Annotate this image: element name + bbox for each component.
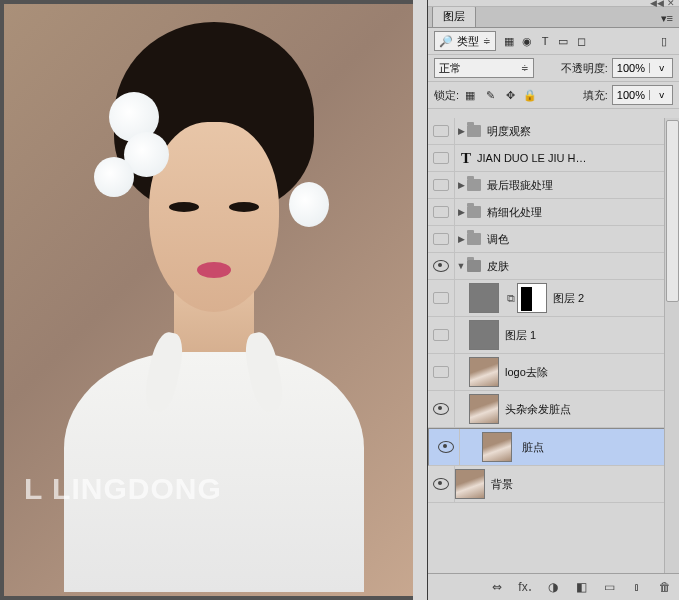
chevron-down-icon: ⅴ bbox=[649, 63, 672, 73]
visibility-toggle[interactable] bbox=[428, 317, 455, 353]
expand-arrow-icon[interactable]: ▼ bbox=[455, 261, 467, 271]
layer-thumbnail[interactable] bbox=[469, 394, 499, 424]
eye-off-icon bbox=[433, 366, 449, 378]
blend-row: 正常 ≑ 不透明度: 100%ⅴ bbox=[428, 55, 679, 82]
layer-name[interactable]: 脏点 bbox=[522, 440, 674, 455]
folder-icon bbox=[467, 233, 481, 245]
chevron-down-icon: ≑ bbox=[483, 36, 491, 46]
tab-layers[interactable]: 图层 bbox=[432, 5, 476, 27]
fill-label: 填充: bbox=[583, 88, 608, 103]
eye-off-icon bbox=[433, 233, 449, 245]
layer-row[interactable]: ▶精细化处理 bbox=[428, 199, 679, 226]
visibility-toggle[interactable] bbox=[433, 429, 460, 465]
folder-icon bbox=[467, 125, 481, 137]
layer-row[interactable]: 头杂余发脏点 bbox=[428, 391, 679, 428]
folder-icon bbox=[467, 260, 481, 272]
layer-name[interactable]: 明度观察 bbox=[487, 124, 679, 139]
layer-name[interactable]: 头杂余发脏点 bbox=[505, 402, 679, 417]
visibility-toggle[interactable] bbox=[428, 145, 455, 171]
visibility-toggle[interactable] bbox=[428, 391, 455, 427]
eye-icon bbox=[433, 403, 449, 415]
photo-preview: L LINGDONG bbox=[4, 4, 423, 596]
panel-collapse-icon[interactable]: ◀◀ ✕ bbox=[650, 0, 675, 8]
canvas-scrollbar[interactable] bbox=[413, 0, 427, 600]
layer-row[interactable]: 图层 1 bbox=[428, 317, 679, 354]
layer-name[interactable]: logo去除 bbox=[505, 365, 679, 380]
lock-brush-icon[interactable]: ✎ bbox=[483, 89, 497, 102]
layer-thumbnail[interactable] bbox=[469, 283, 499, 313]
layer-name[interactable]: 调色 bbox=[487, 232, 679, 247]
chevron-down-icon: ⅴ bbox=[649, 90, 672, 100]
folder-icon bbox=[467, 206, 481, 218]
eye-icon bbox=[433, 260, 449, 272]
filter-type-icon[interactable]: T bbox=[536, 32, 554, 50]
layer-row[interactable]: ▶最后瑕疵处理 bbox=[428, 172, 679, 199]
visibility-toggle[interactable] bbox=[428, 172, 455, 198]
layer-name[interactable]: 精细化处理 bbox=[487, 205, 679, 220]
link-layers-icon[interactable]: ⇔ bbox=[489, 579, 505, 595]
search-icon: 🔎 bbox=[439, 35, 453, 48]
document-canvas[interactable]: L LINGDONG bbox=[0, 0, 427, 600]
visibility-toggle[interactable] bbox=[428, 226, 455, 252]
eye-off-icon bbox=[433, 329, 449, 341]
text-layer-icon: T bbox=[455, 150, 477, 167]
filter-toggle[interactable]: ▯ bbox=[655, 32, 673, 50]
layer-row[interactable]: ▶调色 bbox=[428, 226, 679, 253]
lock-pixels-icon[interactable]: ▦ bbox=[463, 89, 477, 102]
visibility-toggle[interactable] bbox=[428, 199, 455, 225]
lock-position-icon[interactable]: ✥ bbox=[503, 89, 517, 102]
layer-thumbnail[interactable] bbox=[469, 357, 499, 387]
expand-arrow-icon[interactable]: ▶ bbox=[455, 180, 467, 190]
filter-type-icon[interactable]: ◉ bbox=[518, 32, 536, 50]
layer-mask-thumbnail[interactable] bbox=[517, 283, 547, 313]
visibility-toggle[interactable] bbox=[428, 253, 455, 279]
watermark-text: L LINGDONG bbox=[24, 472, 222, 506]
fill-input[interactable]: 100%ⅴ bbox=[612, 85, 673, 105]
expand-arrow-icon[interactable]: ▶ bbox=[455, 207, 467, 217]
opacity-input[interactable]: 100%ⅴ bbox=[612, 58, 673, 78]
layer-row[interactable]: ▼皮肤 bbox=[428, 253, 679, 280]
lock-all-icon[interactable]: 🔒 bbox=[523, 89, 537, 102]
layer-row[interactable]: TJIAN DUO LE JIU H… bbox=[428, 145, 679, 172]
layer-thumbnail[interactable] bbox=[482, 432, 512, 462]
visibility-toggle[interactable] bbox=[428, 118, 455, 144]
expand-arrow-icon[interactable]: ▶ bbox=[455, 234, 467, 244]
visibility-toggle[interactable] bbox=[428, 280, 455, 316]
new-adjustment-icon[interactable]: ◧ bbox=[573, 579, 589, 595]
chevron-down-icon: ≑ bbox=[521, 63, 529, 73]
eye-off-icon bbox=[433, 206, 449, 218]
visibility-toggle[interactable] bbox=[428, 466, 455, 502]
expand-arrow-icon[interactable]: ▶ bbox=[455, 126, 467, 136]
layer-row[interactable]: 背景 bbox=[428, 466, 679, 503]
add-mask-icon[interactable]: ◑ bbox=[545, 579, 561, 595]
layer-name[interactable]: 图层 2 bbox=[553, 291, 679, 306]
panel-menu-icon[interactable]: ▾≡ bbox=[659, 10, 675, 27]
layer-name[interactable]: JIAN DUO LE JIU H… bbox=[477, 152, 679, 164]
layer-name[interactable]: 皮肤 bbox=[487, 259, 679, 274]
layer-name[interactable]: 图层 1 bbox=[505, 328, 679, 343]
layers-panel: ◀◀ ✕ 图层 ▾≡ 🔎 类型 ≑ ▦◉T▭◻ ▯ 正常 ≑ 不透明度: bbox=[427, 0, 679, 600]
filter-kind-select[interactable]: 🔎 类型 ≑ bbox=[434, 31, 496, 51]
new-group-icon[interactable]: ▭ bbox=[601, 579, 617, 595]
layer-thumbnail[interactable] bbox=[455, 469, 485, 499]
eye-off-icon bbox=[433, 152, 449, 164]
filter-type-icon[interactable]: ▦ bbox=[500, 32, 518, 50]
layer-name[interactable]: 最后瑕疵处理 bbox=[487, 178, 679, 193]
blend-mode-select[interactable]: 正常 ≑ bbox=[434, 58, 534, 78]
layer-thumbnail[interactable] bbox=[469, 320, 499, 350]
filter-type-icon[interactable]: ▭ bbox=[554, 32, 572, 50]
trash-icon[interactable]: 🗑 bbox=[657, 579, 673, 595]
layers-scrollbar[interactable] bbox=[664, 118, 679, 574]
layer-fx-icon[interactable]: fx․ bbox=[517, 579, 533, 595]
lock-row: 锁定: ▦ ✎ ✥ 🔒 填充: 100%ⅴ bbox=[428, 82, 679, 109]
filter-type-icon[interactable]: ◻ bbox=[572, 32, 590, 50]
visibility-toggle[interactable] bbox=[428, 354, 455, 390]
new-layer-icon[interactable]: ⫾ bbox=[629, 579, 645, 595]
layer-name[interactable]: 背景 bbox=[491, 477, 679, 492]
layer-row[interactable]: ▶明度观察 bbox=[428, 118, 679, 145]
link-icon[interactable]: ⧉ bbox=[505, 292, 517, 305]
layer-row[interactable]: ⧉图层 2 bbox=[428, 280, 679, 317]
layer-row[interactable]: 脏点 bbox=[428, 428, 679, 466]
folder-icon bbox=[467, 179, 481, 191]
layer-row[interactable]: logo去除 bbox=[428, 354, 679, 391]
